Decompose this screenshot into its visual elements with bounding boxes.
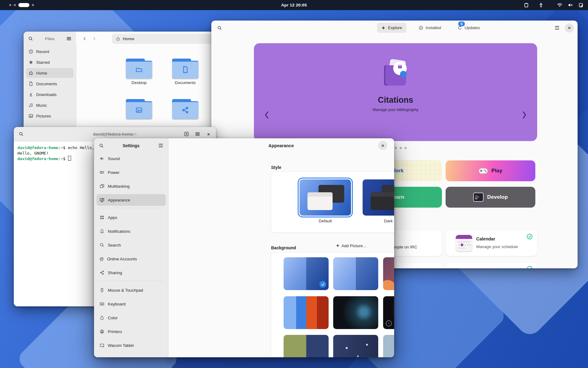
background-thumbnail-selected[interactable] — [284, 257, 329, 290]
printer-icon — [100, 329, 104, 334]
app-card-calendar[interactable]: Calendar Manage your schedule — [446, 230, 537, 256]
category-tile-develop[interactable]: Develop — [446, 187, 535, 208]
folder-public[interactable] — [167, 99, 204, 118]
settings-item-keyboard[interactable]: Keyboard — [96, 298, 166, 310]
featured-banner[interactable]: ❝ Citations Manage your bibliography — [254, 43, 537, 141]
settings-item-sharing[interactable]: Sharing — [96, 267, 166, 278]
close-icon[interactable]: × — [204, 129, 213, 139]
settings-item-appearance[interactable]: Appearance — [96, 194, 166, 206]
tab-installed[interactable]: Installed — [414, 23, 445, 33]
settings-window: Settings Sound Power Multitasking Appear… — [94, 138, 394, 357]
back-icon[interactable] — [80, 34, 89, 43]
app-card-subtitle: people on IRC — [391, 245, 417, 249]
forward-icon[interactable] — [89, 34, 99, 43]
terminal-cursor — [68, 156, 71, 161]
folder-pictures[interactable] — [121, 99, 157, 118]
folder-label: Desktop — [121, 80, 157, 85]
menu-icon[interactable] — [552, 23, 562, 33]
background-thumbnail[interactable] — [284, 335, 329, 357]
files-window-title: Files — [45, 36, 55, 41]
clock[interactable]: Apr 12 20:05 — [0, 3, 588, 7]
accessibility-icon[interactable] — [538, 2, 544, 8]
pen-device-icon[interactable] — [579, 2, 584, 8]
style-option-dark[interactable] — [363, 179, 394, 216]
document-icon — [28, 81, 33, 86]
settings-item-mouse-touchpad[interactable]: Mouse & Touchpad — [96, 284, 166, 296]
breadcrumb[interactable]: Home — [112, 34, 217, 44]
droplet-icon — [100, 315, 104, 320]
tab-updates[interactable]: 5 Updates — [453, 23, 484, 33]
clock-icon — [28, 49, 33, 54]
settings-item-label: Mouse & Touchpad — [108, 288, 143, 293]
search-icon[interactable] — [17, 129, 26, 139]
background-thumbnail[interactable] — [333, 335, 378, 357]
settings-item-label: Apps — [108, 215, 117, 220]
sidebar-item-documents[interactable]: Documents — [26, 79, 74, 89]
menu-icon[interactable] — [156, 141, 165, 150]
sidebar-item-music[interactable]: Music — [26, 100, 74, 110]
menu-icon[interactable] — [64, 34, 74, 43]
style-option-label: Dark — [363, 219, 394, 223]
keyboard-icon — [100, 301, 104, 306]
settings-item-wacom[interactable]: Wacom Tablet — [96, 339, 166, 351]
background-thumbnail[interactable] — [383, 257, 394, 290]
sidebar-item-home[interactable]: Home — [26, 68, 74, 78]
search-icon[interactable] — [97, 141, 106, 150]
speaker-icon — [100, 156, 104, 161]
close-icon[interactable]: × — [378, 141, 387, 150]
appearance-panel: Appearance × Style Default Dark Backgrou… — [168, 138, 394, 357]
terminal-prompt-suffix: :~$ — [58, 156, 68, 161]
folder-documents[interactable]: Documents — [167, 59, 204, 85]
settings-item-search[interactable]: Search — [96, 239, 166, 251]
top-bar: Apr 12 20:05 — [0, 0, 588, 10]
at-icon: @ — [100, 257, 104, 261]
status-area[interactable] — [524, 0, 584, 10]
search-icon[interactable] — [215, 23, 224, 33]
background-thumbnail[interactable] — [333, 257, 378, 290]
category-label: Develop — [487, 194, 508, 200]
settings-item-multitasking[interactable]: Multitasking — [96, 180, 166, 192]
sidebar-item-starred[interactable]: Starred — [26, 57, 74, 67]
search-icon[interactable] — [26, 34, 35, 43]
search-icon — [100, 243, 104, 247]
add-picture-button[interactable]: + Add Picture… — [336, 242, 367, 250]
music-icon — [28, 103, 33, 108]
app-card-partial[interactable] — [446, 263, 537, 268]
app-card-subtitle: Manage your schedule — [476, 244, 518, 249]
folder-label: Documents — [167, 80, 204, 85]
settings-item-label: Multitasking — [108, 184, 130, 189]
add-picture-label: Add Picture… — [341, 243, 367, 248]
background-thumbnail[interactable] — [383, 296, 394, 329]
settings-item-apps[interactable]: Apps — [96, 212, 166, 223]
software-tabs: Explore Installed 5 Updates — [377, 23, 484, 33]
category-tile-play[interactable]: Play — [446, 160, 535, 181]
wifi-icon[interactable] — [557, 2, 563, 8]
sidebar-item-recent[interactable]: Recent — [26, 47, 74, 56]
menu-icon[interactable] — [193, 129, 202, 139]
folder-desktop[interactable]: Desktop — [121, 59, 157, 85]
style-option-default[interactable] — [300, 179, 351, 216]
banner-pagination-dots[interactable] — [395, 147, 407, 149]
background-thumbnail[interactable] — [383, 335, 394, 357]
settings-item-color[interactable]: Color — [96, 312, 166, 324]
settings-item-online-accounts[interactable]: @ Online Accounts — [96, 253, 166, 265]
settings-item-printers[interactable]: Printers — [96, 326, 166, 337]
close-icon[interactable]: × — [565, 23, 574, 33]
volume-muted-icon[interactable] — [568, 2, 573, 8]
settings-item-label: Sharing — [108, 270, 122, 275]
terminal-prompt: david@fedora-home — [17, 145, 58, 150]
new-tab-icon[interactable] — [182, 129, 191, 139]
settings-item-sound[interactable]: Sound — [96, 153, 166, 164]
settings-item-notifications[interactable]: Notifications — [96, 225, 166, 237]
background-thumbnail[interactable] — [284, 296, 329, 329]
tab-explore[interactable]: Explore — [377, 23, 406, 33]
category-label: Play — [492, 168, 503, 174]
settings-item-label: Sound — [108, 156, 120, 161]
settings-item-power[interactable]: Power — [96, 167, 166, 178]
clipboard-icon[interactable] — [524, 2, 529, 8]
settings-sidebar: Settings Sound Power Multitasking Appear… — [94, 138, 168, 357]
background-thumbnail[interactable] — [333, 296, 378, 329]
tab-label: Updates — [465, 25, 480, 30]
sidebar-item-downloads[interactable]: Downloads — [26, 90, 74, 99]
sidebar-item-pictures[interactable]: Pictures — [26, 111, 74, 121]
